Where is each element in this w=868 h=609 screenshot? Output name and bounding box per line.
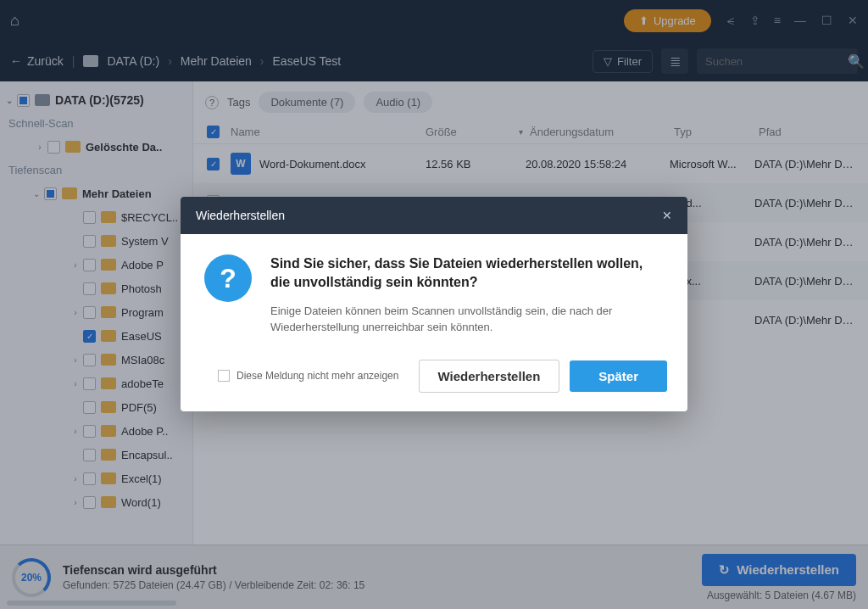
modal-title: Wiederherstellen: [196, 209, 285, 222]
dont-show-checkbox[interactable]: [218, 370, 230, 382]
confirm-button[interactable]: Wiederherstellen: [419, 360, 560, 393]
question-icon: ?: [204, 254, 252, 302]
modal-heading: Sind Sie sicher, dass Sie Dateien wieder…: [270, 254, 664, 293]
later-button[interactable]: Später: [570, 360, 667, 392]
modal-body-text: Einige Dateien können beim Scannen unvol…: [270, 303, 664, 336]
dont-show-label: Diese Meldung nicht mehr anzeigen: [236, 370, 398, 382]
confirm-dialog: Wiederherstellen ✕ ? Sind Sie sicher, da…: [181, 197, 687, 411]
modal-close-icon[interactable]: ✕: [662, 209, 672, 222]
modal-overlay: Wiederherstellen ✕ ? Sind Sie sicher, da…: [0, 0, 868, 609]
